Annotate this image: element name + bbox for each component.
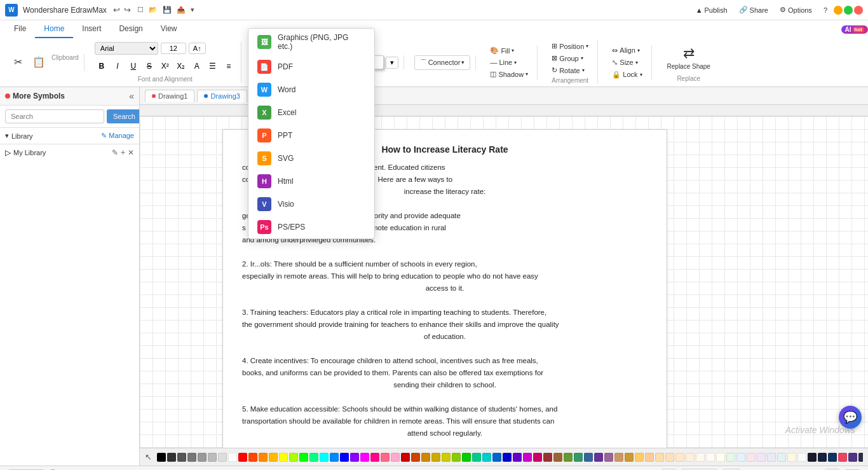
lock-button[interactable]: 🔒 Lock ▾	[608, 69, 646, 80]
color-swatch[interactable]	[492, 453, 501, 462]
color-swatch[interactable]	[767, 453, 776, 462]
color-swatch[interactable]	[655, 453, 664, 462]
color-swatch[interactable]	[462, 453, 471, 462]
connector-button[interactable]: ⌒ Connector ▾	[414, 55, 471, 70]
maximize-button[interactable]	[844, 6, 853, 15]
options-button[interactable]: ⚙ Options	[775, 4, 817, 16]
color-swatch[interactable]	[391, 453, 400, 462]
color-swatch[interactable]	[360, 453, 369, 462]
strikethrough-button[interactable]: S	[142, 59, 156, 73]
replace-shape-button[interactable]: ⇄ Replace Shape	[662, 43, 715, 73]
color-tool-arrow[interactable]: ↖	[145, 452, 152, 462]
color-swatch[interactable]	[665, 453, 674, 462]
color-swatch[interactable]	[808, 453, 817, 462]
search-button[interactable]: Search	[107, 109, 140, 123]
color-swatch[interactable]	[320, 453, 329, 462]
color-swatch[interactable]	[736, 453, 745, 462]
align-group-button[interactable]: ⇔ Align ▾	[608, 45, 643, 56]
manage-button[interactable]: ✎ Manage	[101, 132, 134, 140]
more-button[interactable]: ▾	[191, 6, 194, 14]
color-swatch[interactable]	[248, 453, 257, 462]
color-swatch[interactable]	[828, 453, 837, 462]
minimize-button[interactable]	[834, 6, 843, 15]
color-swatch[interactable]	[594, 453, 603, 462]
tab-insert[interactable]: Insert	[73, 20, 110, 38]
undo-button[interactable]: ↩	[112, 4, 121, 16]
subscript-button[interactable]: X₂	[174, 59, 188, 73]
grow-font-button[interactable]: A↑	[189, 43, 206, 54]
color-swatch[interactable]	[787, 453, 796, 462]
color-swatch[interactable]	[503, 453, 512, 462]
size-button[interactable]: ⤡ Size ▾	[608, 57, 641, 68]
color-swatch[interactable]	[269, 453, 278, 462]
tab-home[interactable]: Home	[35, 20, 73, 38]
color-swatch[interactable]	[340, 453, 349, 462]
my-library-close-button[interactable]: ✕	[128, 148, 134, 157]
color-swatch[interactable]	[523, 453, 532, 462]
color-swatch[interactable]	[747, 453, 756, 462]
color-swatch[interactable]	[604, 453, 613, 462]
align-button[interactable]: ≡	[222, 59, 236, 73]
search-input[interactable]	[5, 109, 104, 123]
color-swatch[interactable]	[279, 453, 288, 462]
tab-view[interactable]: View	[152, 20, 186, 38]
color-swatch[interactable]	[564, 453, 573, 462]
color-swatch[interactable]	[238, 453, 247, 462]
color-swatch[interactable]	[208, 453, 217, 462]
export-excel-item[interactable]: XExcel	[248, 101, 374, 124]
color-swatch[interactable]	[553, 453, 562, 462]
list-button[interactable]: ☰	[206, 59, 220, 73]
font-name-select[interactable]: Arial	[95, 42, 158, 55]
save-button[interactable]: 💾	[163, 6, 172, 14]
font-size-input[interactable]	[161, 43, 186, 54]
open-button[interactable]: 📂	[149, 6, 158, 14]
color-swatch[interactable]	[421, 453, 430, 462]
color-swatch[interactable]	[706, 453, 715, 462]
color-swatch[interactable]	[818, 453, 827, 462]
color-swatch[interactable]	[299, 453, 308, 462]
color-swatch[interactable]	[442, 453, 451, 462]
paste-button[interactable]: 📋	[29, 54, 49, 71]
italic-button[interactable]: I	[111, 59, 125, 73]
color-swatch[interactable]	[716, 453, 725, 462]
new-button[interactable]: ☐	[137, 6, 144, 14]
color-swatch[interactable]	[757, 453, 766, 462]
color-swatch[interactable]	[370, 453, 379, 462]
bold-button[interactable]: B	[95, 59, 109, 73]
color-swatch[interactable]	[309, 453, 318, 462]
tab-drawing1[interactable]: Drawing1	[145, 90, 194, 102]
export-visio-item[interactable]: VVisio	[248, 193, 374, 216]
color-swatch[interactable]	[218, 453, 227, 462]
close-button[interactable]	[854, 6, 863, 15]
my-library-label[interactable]: My Library	[13, 149, 109, 156]
color-swatch[interactable]	[574, 453, 583, 462]
export-html-item[interactable]: HHtml	[248, 170, 374, 193]
library-label[interactable]: ▾ Library	[5, 132, 33, 140]
color-swatch[interactable]	[614, 453, 623, 462]
tab-design[interactable]: Design	[110, 20, 151, 38]
color-swatch[interactable]	[675, 453, 684, 462]
color-swatch[interactable]	[533, 453, 542, 462]
color-swatch[interactable]	[177, 453, 186, 462]
export-button[interactable]: 📤	[177, 6, 186, 14]
color-swatch[interactable]	[330, 453, 339, 462]
chat-button[interactable]: 💬	[839, 406, 862, 429]
cut-button[interactable]: ✂	[10, 54, 26, 71]
ai-badge[interactable]: AI hot	[841, 25, 868, 34]
color-swatch[interactable]	[686, 453, 695, 462]
color-swatch[interactable]	[584, 453, 593, 462]
color-swatch[interactable]	[228, 453, 237, 462]
color-swatch[interactable]	[726, 453, 735, 462]
color-swatch[interactable]	[696, 453, 705, 462]
color-swatch[interactable]	[848, 453, 857, 462]
export-word-item[interactable]: WWord	[248, 78, 374, 101]
my-library-add-button[interactable]: +	[121, 148, 125, 157]
export-pdf-item[interactable]: 📄PDF	[248, 55, 374, 78]
color-swatch[interactable]	[198, 453, 207, 462]
redo-button[interactable]: ↪	[123, 4, 132, 16]
color-swatch[interactable]	[157, 453, 166, 462]
color-swatch[interactable]	[350, 453, 359, 462]
color-swatch[interactable]	[431, 453, 440, 462]
underline-button[interactable]: U	[126, 59, 140, 73]
export-png-item[interactable]: 🖼Graphics (PNG, JPG etc.)	[248, 29, 374, 55]
